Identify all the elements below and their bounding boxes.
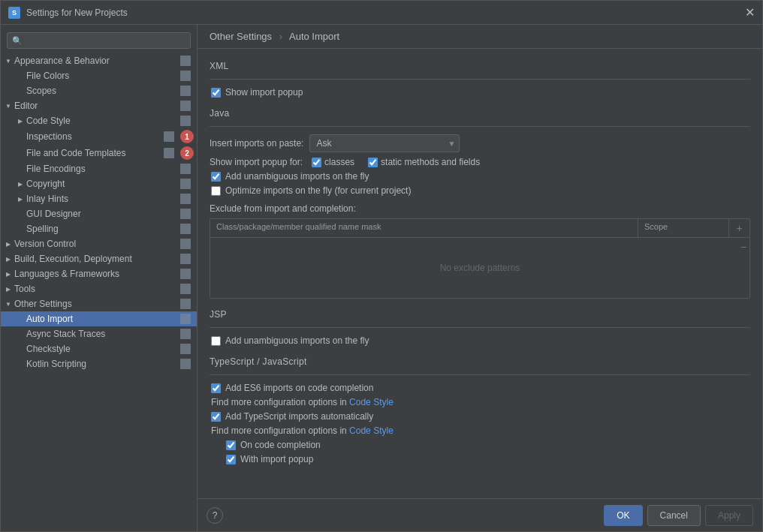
sidebar-label-other-settings: Other Settings xyxy=(14,299,179,309)
xml-divider xyxy=(210,79,750,80)
sidebar-settings-icon-file-colors xyxy=(179,70,192,82)
with-import-popup-checkbox[interactable] xyxy=(226,455,236,464)
exclude-col-name-header: Class/package/member qualified name mask xyxy=(210,219,638,237)
sidebar-label-auto-import: Auto Import xyxy=(26,314,179,324)
sidebar-label-tools: Tools xyxy=(14,284,179,294)
add-typescript-label[interactable]: Add TypeScript imports automatically xyxy=(225,411,373,422)
expand-arrow-tools: ▶ xyxy=(4,284,13,293)
jsp-add-unambiguous-label[interactable]: Add unambiguous imports on the fly xyxy=(225,335,369,346)
sidebar-label-file-colors: File Colors xyxy=(26,71,179,81)
no-patterns-text: No exclude patterns xyxy=(210,240,749,296)
expand-arrow-copyright: ▶ xyxy=(16,179,25,188)
cancel-button[interactable]: Cancel xyxy=(647,505,701,526)
sidebar-item-code-style[interactable]: ▶ Code Style xyxy=(1,113,197,128)
sidebar-item-auto-import[interactable]: Auto Import xyxy=(1,311,197,326)
static-methods-checkbox[interactable] xyxy=(368,158,378,167)
sidebar-settings-icon-appearance xyxy=(179,55,192,67)
insert-on-paste-label: Insert imports on paste: xyxy=(210,138,303,149)
xml-show-popup-checkbox[interactable] xyxy=(211,88,221,98)
sidebar: 🔍 ▼ Appearance & Behavior File Colors Sc… xyxy=(1,25,198,531)
badge-2: 2 xyxy=(180,146,194,160)
insert-on-paste-select[interactable]: Ask Always Never xyxy=(309,134,460,152)
sidebar-item-file-code-templates[interactable]: File and Code Templates 2 xyxy=(1,145,197,161)
sidebar-item-gui-designer[interactable]: GUI Designer xyxy=(1,206,197,221)
sidebar-item-copyright[interactable]: ▶ Copyright xyxy=(1,176,197,191)
sidebar-item-tools[interactable]: ▶ Tools xyxy=(1,281,197,296)
exclude-label: Exclude from import and completion: xyxy=(210,203,750,214)
window-title: Settings for New Projects xyxy=(26,8,128,18)
add-es6-row: Add ES6 imports on code completion xyxy=(210,383,750,393)
sidebar-item-inspections[interactable]: Inspections 1 xyxy=(1,128,197,145)
classes-checkbox[interactable] xyxy=(312,158,321,167)
with-import-popup-row: With import popup xyxy=(210,454,750,464)
insert-on-paste-select-wrapper: Ask Always Never ▼ xyxy=(309,134,460,152)
expand-arrow-kotlin-scripting xyxy=(16,359,25,368)
optimize-imports-label[interactable]: Optimize imports on the fly (for current… xyxy=(225,185,411,196)
exclude-col-scope-header: Scope xyxy=(638,219,728,237)
expand-arrow-file-colors xyxy=(16,71,25,80)
sidebar-item-appearance[interactable]: ▼ Appearance & Behavior xyxy=(1,53,197,68)
expand-arrow-auto-import xyxy=(16,314,25,323)
java-section-header: Java xyxy=(210,108,750,119)
sidebar-item-kotlin-scripting[interactable]: Kotlin Scripting xyxy=(1,356,197,371)
exclude-add-button[interactable]: + xyxy=(728,219,749,237)
expand-arrow-build-exec: ▶ xyxy=(4,254,13,263)
sidebar-settings-icon-gui-designer xyxy=(179,208,192,220)
breadcrumb: Other Settings › Auto Import xyxy=(198,25,762,49)
ok-button[interactable]: OK xyxy=(604,505,642,526)
with-import-popup-label[interactable]: With import popup xyxy=(240,454,313,464)
find-more-1-prefix: Find more configuration options in xyxy=(211,397,349,407)
jsp-add-unambiguous-checkbox[interactable] xyxy=(211,336,221,346)
sidebar-item-version-control[interactable]: ▶ Version Control xyxy=(1,236,197,251)
apply-button[interactable]: Apply xyxy=(705,505,753,526)
exclude-table-header: Class/package/member qualified name mask… xyxy=(210,219,749,238)
sidebar-item-build-exec[interactable]: ▶ Build, Execution, Deployment xyxy=(1,251,197,266)
xml-show-popup-label[interactable]: Show import popup xyxy=(225,87,303,98)
find-more-2-link[interactable]: Code Style xyxy=(349,425,394,436)
jsp-divider xyxy=(210,327,750,328)
add-unambiguous-label[interactable]: Add unambiguous imports on the fly xyxy=(225,171,369,182)
sidebar-label-appearance: Appearance & Behavior xyxy=(14,56,179,66)
static-methods-label[interactable]: static methods and fields xyxy=(381,157,480,167)
on-code-completion-label[interactable]: On code completion xyxy=(240,440,321,450)
sidebar-item-spelling[interactable]: Spelling xyxy=(1,221,197,236)
sidebar-item-async-stack[interactable]: Async Stack Traces xyxy=(1,326,197,341)
sidebar-settings-icon-build-exec xyxy=(179,253,192,265)
on-code-completion-checkbox[interactable] xyxy=(226,440,236,450)
expand-arrow-version-control: ▶ xyxy=(4,239,13,248)
exclude-section: Exclude from import and completion: Clas… xyxy=(210,203,750,299)
add-es6-label[interactable]: Add ES6 imports on code completion xyxy=(225,383,373,393)
classes-label[interactable]: classes xyxy=(324,157,354,167)
sidebar-item-checkstyle[interactable]: Checkstyle xyxy=(1,341,197,356)
sidebar-item-editor[interactable]: ▼ Editor xyxy=(1,98,197,113)
sidebar-settings-icon-inspections xyxy=(163,131,175,143)
sidebar-label-file-code-templates: File and Code Templates xyxy=(26,148,163,158)
sidebar-settings-icon-scopes xyxy=(179,85,192,97)
sidebar-item-scopes[interactable]: Scopes xyxy=(1,83,197,98)
sidebar-settings-icon-async-stack xyxy=(179,328,192,340)
find-more-1-link[interactable]: Code Style xyxy=(349,397,394,407)
classes-checkbox-group: classes xyxy=(312,157,354,167)
add-unambiguous-checkbox[interactable] xyxy=(211,172,221,182)
expand-arrow-scopes xyxy=(16,86,25,95)
add-typescript-checkbox[interactable] xyxy=(211,412,221,422)
add-es6-checkbox[interactable] xyxy=(211,383,221,393)
expand-arrow-spelling xyxy=(16,224,25,233)
search-input[interactable] xyxy=(26,35,185,46)
help-button[interactable]: ? xyxy=(207,507,223,524)
expand-arrow-editor: ▼ xyxy=(4,101,13,110)
optimize-imports-checkbox[interactable] xyxy=(211,186,221,196)
settings-window: S Settings for New Projects ✕ 🔍 ▼ Appear… xyxy=(0,0,763,532)
sidebar-item-inlay-hints[interactable]: ▶ Inlay Hints xyxy=(1,191,197,206)
sidebar-item-file-colors[interactable]: File Colors xyxy=(1,68,197,83)
sidebar-settings-icon-spelling xyxy=(179,223,192,235)
search-box[interactable]: 🔍 xyxy=(7,32,191,49)
exclude-remove-button[interactable]: − xyxy=(740,241,746,253)
close-button[interactable]: ✕ xyxy=(745,7,755,19)
breadcrumb-separator: › xyxy=(279,31,282,42)
sidebar-item-other-settings[interactable]: ▼ Other Settings xyxy=(1,296,197,311)
right-panel: Other Settings › Auto Import XML Show im… xyxy=(198,25,762,531)
sidebar-item-file-encodings[interactable]: File Encodings xyxy=(1,161,197,176)
expand-arrow-checkstyle xyxy=(16,344,25,353)
sidebar-item-lang-frameworks[interactable]: ▶ Languages & Frameworks xyxy=(1,266,197,281)
